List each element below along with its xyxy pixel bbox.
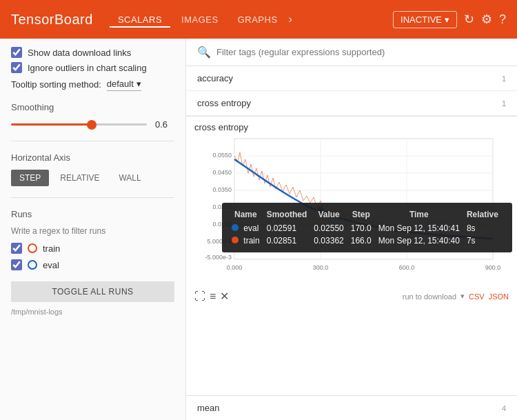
tooltip-col-value: Value [312, 208, 349, 222]
help-icon[interactable]: ? [499, 12, 506, 27]
tooltip-row-eval: eval 0.02591 0.02550 170.0 Mon Sep 12, 1… [230, 222, 504, 234]
tag-cross-entropy[interactable]: cross entropy 1 [186, 91, 517, 116]
csv-link[interactable]: CSV [469, 292, 485, 301]
ignore-outliers-label: Ignore outliers in chart scaling [28, 63, 147, 73]
axis-wall-button[interactable]: WALL [110, 170, 149, 186]
chart-download-label: run to download [403, 292, 456, 301]
chart-close-icon[interactable]: ✕ [220, 290, 229, 303]
chart-expand-icon[interactable]: ⛶ [194, 290, 205, 303]
axis-title: Horizontal Axis [11, 152, 174, 163]
options-section: Show data download links Ignore outliers… [11, 47, 174, 91]
tooltip-sort-row: Tooltip sorting method: default ▾ [11, 79, 174, 91]
nav-images[interactable]: IMAGES [173, 12, 227, 28]
header: TensorBoard SCALARS IMAGES GRAPHS › INAC… [0, 0, 517, 39]
tag-mean-name: mean [197, 403, 220, 413]
toggle-all-button[interactable]: TOGGLE ALL RUNS [11, 281, 174, 302]
tooltip-sort-dropdown-icon: ▾ [136, 79, 141, 89]
tooltip-train-smoothed: 0.02851 [265, 234, 313, 247]
run-train-checkbox[interactable] [11, 243, 22, 254]
tooltip-train-step: 166.0 [349, 234, 377, 247]
svg-text:0.0450: 0.0450 [212, 169, 232, 176]
smoothing-value: 0.6 [155, 119, 174, 130]
tooltip-train-value: 0.03362 [312, 234, 349, 247]
smoothing-section: Smoothing 0.6 [11, 102, 174, 141]
search-input[interactable] [216, 47, 506, 57]
tag-accuracy-name: accuracy [197, 73, 233, 83]
tooltip-sort-value: default [107, 79, 134, 89]
tag-mean[interactable]: mean 4 [186, 395, 517, 420]
axis-relative-button[interactable]: RELATIVE [52, 170, 108, 186]
refresh-icon[interactable]: ↻ [464, 12, 474, 27]
nav-more-icon[interactable]: › [289, 13, 292, 26]
tooltip-row-train: train 0.02851 0.03362 166.0 Mon Sep 12, … [230, 234, 504, 247]
tooltip-sort-select[interactable]: default ▾ [107, 79, 141, 91]
nav-scalars[interactable]: SCALARS [110, 12, 170, 28]
nav-graphs[interactable]: GRAPHS [230, 12, 286, 28]
chart-container: 0.0550 0.0450 0.0350 0.0250 0.0150 5.000… [194, 135, 509, 287]
chart-toolbar: ⛶ ≡ ✕ run to download ▾ CSV JSON [194, 290, 509, 303]
axis-section: Horizontal Axis STEP RELATIVE WALL [11, 152, 174, 198]
settings-icon[interactable]: ⚙ [481, 12, 492, 27]
tooltip-eval-dot [232, 224, 239, 231]
ignore-outliers-row: Ignore outliers in chart scaling [11, 62, 174, 73]
svg-text:0.000: 0.000 [227, 264, 243, 271]
show-download-row: Show data download links [11, 47, 174, 58]
smoothing-title: Smoothing [11, 102, 174, 112]
smoothing-slider[interactable] [11, 123, 147, 126]
chart-download-links: CSV JSON [469, 292, 509, 301]
tooltip-col-relative: Relative [465, 208, 504, 222]
axis-step-button[interactable]: STEP [11, 170, 49, 186]
tag-accuracy-count: 1 [502, 74, 506, 83]
tooltip-col-time: Time [377, 208, 465, 222]
run-eval-row: eval [11, 259, 174, 270]
inactive-button[interactable]: INACTIVE ▾ [393, 11, 457, 28]
tag-accuracy[interactable]: accuracy 1 [186, 66, 517, 91]
runs-section: Runs Write a regex to filter runs train … [11, 209, 174, 316]
tooltip-eval-time: Mon Sep 12, 15:40:41 [377, 222, 465, 234]
main-layout: Show data download links Ignore outliers… [0, 39, 517, 420]
tooltip-train-dot [232, 237, 239, 243]
run-eval-checkbox[interactable] [11, 259, 22, 270]
run-train-row: train [11, 243, 174, 254]
run-train-color [28, 243, 37, 253]
runs-filter-label: Write a regex to filter runs [11, 226, 174, 236]
tooltip-col-step: Step [349, 208, 377, 222]
runs-title: Runs [11, 209, 174, 219]
tooltip-table: Name Smoothed Value Step Time Relative [230, 208, 504, 247]
svg-text:300.0: 300.0 [313, 264, 329, 271]
chart-list-icon[interactable]: ≡ [210, 290, 216, 303]
show-download-label: Show data download links [28, 48, 131, 58]
main-nav: SCALARS IMAGES GRAPHS › [110, 12, 376, 28]
sidebar: Show data download links Ignore outliers… [0, 39, 186, 420]
tag-list: accuracy 1 cross entropy 1 [186, 66, 517, 117]
tooltip-train-time: Mon Sep 12, 15:40:40 [377, 234, 465, 247]
app-logo: TensorBoard [11, 12, 93, 28]
log-path: /tmp/mnist-logs [11, 308, 174, 316]
search-bar: 🔍 [186, 39, 517, 66]
axis-buttons: STEP RELATIVE WALL [11, 170, 174, 186]
run-eval-label: eval [43, 260, 59, 270]
run-train-label: train [43, 243, 60, 254]
smoothing-control: 0.6 [11, 119, 174, 130]
tooltip-train-relative: 7s [465, 234, 504, 247]
tag-mean-count: 4 [502, 404, 506, 412]
run-eval-color [28, 260, 37, 270]
svg-text:0.0550: 0.0550 [212, 152, 232, 159]
tooltip-eval-smoothed: 0.02591 [265, 222, 313, 234]
tooltip-eval-name: eval [230, 222, 265, 234]
svg-text:-5.000e-3: -5.000e-3 [205, 254, 232, 261]
svg-text:0.0350: 0.0350 [212, 186, 232, 193]
tooltip-popup: Name Smoothed Value Step Time Relative [222, 203, 512, 252]
tooltip-col-smoothed: Smoothed [265, 208, 313, 222]
show-download-checkbox[interactable] [11, 47, 22, 58]
svg-text:600.0: 600.0 [399, 264, 415, 271]
search-icon: 🔍 [197, 46, 211, 59]
tooltip-col-name: Name [230, 208, 265, 222]
chart-section: cross entropy [186, 117, 517, 395]
header-right: INACTIVE ▾ ↻ ⚙ ? [393, 11, 506, 28]
tooltip-train-name: train [230, 234, 265, 247]
content-area: 🔍 accuracy 1 cross entropy 1 cross entro… [186, 39, 517, 420]
chart-title: cross entropy [194, 122, 509, 132]
json-link[interactable]: JSON [489, 292, 509, 301]
ignore-outliers-checkbox[interactable] [11, 62, 22, 73]
